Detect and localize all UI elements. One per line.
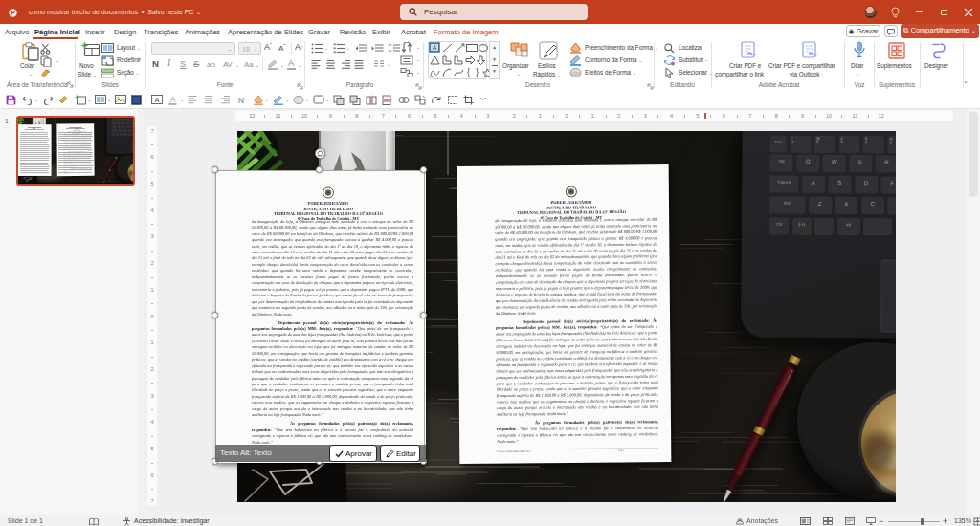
svg-text:A: A [170,95,176,104]
svg-text:N: N [238,96,245,105]
svg-text:A: A [155,97,160,103]
svg-text:P: P [11,9,15,15]
svg-text:A: A [433,44,437,51]
